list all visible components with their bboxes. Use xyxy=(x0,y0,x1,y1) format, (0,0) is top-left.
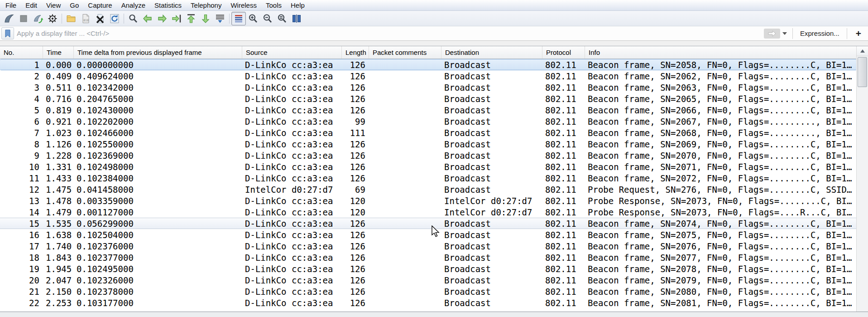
wireshark-window: FileEditViewGoCaptureAnalyzeStatisticsTe… xyxy=(0,0,868,317)
filter-dropdown-caret[interactable] xyxy=(782,32,787,35)
menu-item-statistics[interactable]: Statistics xyxy=(150,0,186,10)
cell-source: D-LinkCo_cc:a3:ea xyxy=(242,82,342,93)
cell-time: 1.126 xyxy=(43,139,74,149)
column-header-time[interactable]: Time xyxy=(43,46,74,59)
menu-item-view[interactable]: View xyxy=(42,0,65,10)
packet-row[interactable]: 131.4780.003359000D-LinkCo_cc:a3:ea120In… xyxy=(0,195,857,206)
go-to-first-button[interactable] xyxy=(184,12,198,25)
capture-options-button[interactable] xyxy=(45,12,60,25)
restart-capture-button[interactable] xyxy=(31,12,45,25)
vertical-scrollbar[interactable] xyxy=(856,46,868,312)
scroll-up-button[interactable] xyxy=(857,46,868,56)
menu-item-tools[interactable]: Tools xyxy=(261,0,286,10)
display-filter-input[interactable] xyxy=(14,28,764,39)
cell-source: D-LinkCo_cc:a3:ea xyxy=(242,59,342,70)
packet-row[interactable]: 191.9450.102495000D-LinkCo_cc:a3:ea126Br… xyxy=(0,263,857,274)
cell-info: Beacon frame, SN=2077, FN=0, Flags=.....… xyxy=(585,252,857,263)
column-header-comments[interactable]: Packet comments xyxy=(369,46,441,59)
go-to-packet-icon xyxy=(171,13,182,24)
apply-filter-button[interactable] xyxy=(764,29,780,39)
packet-row[interactable]: 121.4750.041458000IntelCor_d0:27:d769Bro… xyxy=(0,184,857,195)
stop-capture-button[interactable] xyxy=(16,12,31,25)
menu-item-go[interactable]: Go xyxy=(65,0,83,10)
filter-bookmark-button[interactable] xyxy=(1,27,14,39)
cell-length: 126 xyxy=(342,173,369,183)
menu-item-telephony[interactable]: Telephony xyxy=(186,0,226,10)
zoom-out-button[interactable] xyxy=(260,12,275,25)
packet-row[interactable]: 50.8190.102430000D-LinkCo_cc:a3:ea126Bro… xyxy=(0,104,857,116)
start-capture-button[interactable] xyxy=(2,12,16,25)
packet-row[interactable]: 30.5110.102342000D-LinkCo_cc:a3:ea126Bro… xyxy=(0,82,857,93)
cell-no: 1 xyxy=(0,59,43,70)
go-to-last-button[interactable] xyxy=(198,12,213,25)
column-header-source[interactable]: Source xyxy=(242,46,342,59)
packet-row[interactable]: 212.1500.102378000D-LinkCo_cc:a3:ea126Br… xyxy=(0,286,857,297)
packet-row[interactable]: 202.0470.102326000D-LinkCo_cc:a3:ea126Br… xyxy=(0,274,857,286)
menu-item-wireless[interactable]: Wireless xyxy=(226,0,261,10)
column-header-no[interactable]: No. xyxy=(0,46,43,59)
packet-row[interactable]: 171.7400.102376000D-LinkCo_cc:a3:ea126Br… xyxy=(0,240,857,252)
packet-row[interactable]: 71.0230.102466000D-LinkCo_cc:a3:ea111Bro… xyxy=(0,127,857,138)
cell-destination: Broadcast xyxy=(441,218,542,229)
packet-row[interactable]: 91.2280.102369000D-LinkCo_cc:a3:ea126Bro… xyxy=(0,150,857,161)
packet-row[interactable]: 151.5350.056299000D-LinkCo_cc:a3:ea126Br… xyxy=(0,218,857,229)
cell-length: 126 xyxy=(342,286,369,297)
zoom-reset-button[interactable] xyxy=(275,12,289,25)
cell-no: 6 xyxy=(0,116,43,127)
go-forward-button[interactable] xyxy=(155,12,169,25)
cell-length: 126 xyxy=(342,59,369,70)
menu-item-help[interactable]: Help xyxy=(286,0,309,10)
cell-source: D-LinkCo_cc:a3:ea xyxy=(242,127,342,138)
resize-columns-button[interactable] xyxy=(289,12,304,25)
column-header-protocol[interactable]: Protocol xyxy=(542,46,585,59)
packet-row[interactable]: 141.4790.001127000D-LinkCo_cc:a3:ea120In… xyxy=(0,206,857,218)
zoom-in-button[interactable] xyxy=(246,12,260,25)
auto-scroll-button[interactable] xyxy=(213,12,227,25)
packet-row[interactable]: 81.1260.102550000D-LinkCo_cc:a3:ea126Bro… xyxy=(0,138,857,150)
cell-destination: Broadcast xyxy=(441,241,542,251)
colorize-button[interactable] xyxy=(231,12,246,25)
close-file-button[interactable] xyxy=(93,12,107,25)
go-to-packet-button[interactable] xyxy=(169,12,184,25)
cell-time: 1.478 xyxy=(43,195,74,206)
packet-row[interactable]: 181.8430.102377000D-LinkCo_cc:a3:ea126Br… xyxy=(0,252,857,263)
find-packet-button[interactable] xyxy=(126,12,140,25)
zoom-out-icon xyxy=(262,13,273,24)
packet-row[interactable]: 20.4090.409624000D-LinkCo_cc:a3:ea126Bro… xyxy=(0,70,857,82)
packet-row[interactable]: 161.6380.102504000D-LinkCo_cc:a3:ea126Br… xyxy=(0,229,857,240)
cell-time: 1.843 xyxy=(43,252,74,263)
reload-button[interactable] xyxy=(107,12,122,25)
packet-row[interactable]: 111.4330.102384000D-LinkCo_cc:a3:ea126Br… xyxy=(0,172,857,184)
open-file-button[interactable] xyxy=(64,12,78,25)
go-back-button[interactable] xyxy=(140,12,155,25)
packet-row[interactable]: 40.7160.204765000D-LinkCo_cc:a3:ea126Bro… xyxy=(0,93,857,104)
column-header-label: Length xyxy=(345,49,366,56)
expression-button[interactable]: Expression... xyxy=(795,29,845,37)
menu-item-file[interactable]: File xyxy=(1,0,21,10)
cell-time: 2.253 xyxy=(43,297,74,308)
add-filter-button[interactable]: + xyxy=(849,28,868,39)
cell-no: 18 xyxy=(0,252,43,263)
cell-comments xyxy=(369,105,441,115)
column-header-delta[interactable]: Time delta from previous displayed frame xyxy=(74,46,242,59)
menu-item-edit[interactable]: Edit xyxy=(21,0,42,10)
column-header-length[interactable]: Length xyxy=(342,46,369,59)
cell-comments xyxy=(369,286,441,297)
packet-row[interactable]: 60.9210.102202000D-LinkCo_cc:a3:ea99Broa… xyxy=(0,116,857,127)
cell-comments xyxy=(369,252,441,263)
toolbar-separator xyxy=(229,14,230,24)
packet-list-pane: No.TimeTime delta from previous displaye… xyxy=(0,46,868,312)
menu-item-capture[interactable]: Capture xyxy=(83,0,116,10)
column-header-info[interactable]: Info xyxy=(585,46,868,59)
cell-comments xyxy=(369,59,441,70)
cell-no: 7 xyxy=(0,127,43,138)
scrollbar-thumb[interactable] xyxy=(858,57,867,87)
packet-row[interactable]: 101.3310.102498000D-LinkCo_cc:a3:ea126Br… xyxy=(0,161,857,172)
packet-row[interactable]: 10.0000.000000000D-LinkCo_cc:a3:ea126Bro… xyxy=(0,59,857,70)
save-file-button[interactable]: 010 xyxy=(78,12,93,25)
cell-comments xyxy=(369,195,441,206)
packet-row[interactable]: 222.2530.103177000D-LinkCo_cc:a3:ea126Br… xyxy=(0,297,857,308)
column-header-destination[interactable]: Destination xyxy=(441,46,542,59)
cell-info: Beacon frame, SN=2076, FN=0, Flags=.....… xyxy=(585,241,857,251)
menu-item-analyze[interactable]: Analyze xyxy=(117,0,150,10)
